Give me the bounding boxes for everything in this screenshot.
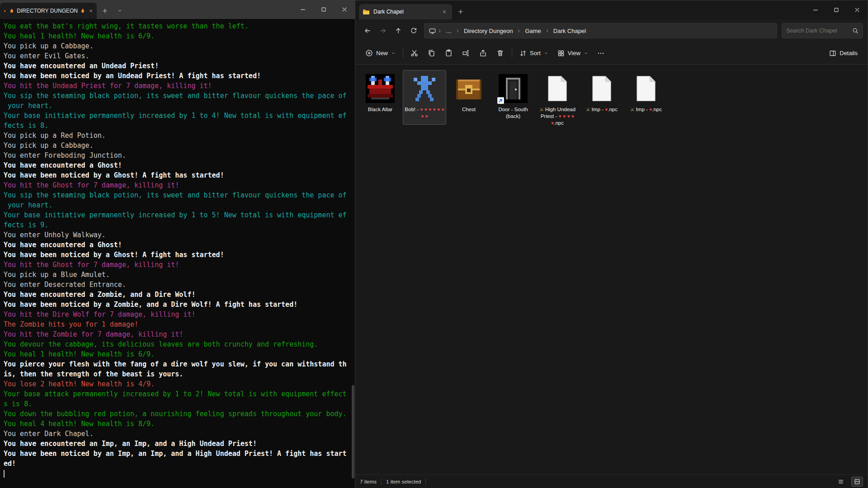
view-button[interactable]: View xyxy=(553,46,593,61)
close-button[interactable] xyxy=(847,0,868,19)
terminal-titlebar: DIRECTORY DUNGEON xyxy=(0,0,355,19)
status-separator xyxy=(381,479,382,485)
paste-button[interactable] xyxy=(440,46,458,61)
terminal-new-tab-button[interactable] xyxy=(99,5,111,17)
breadcrumb-item-dark-chapel[interactable]: Dark Chapel xyxy=(551,26,588,36)
heart-glyph: ♥ xyxy=(571,113,574,119)
terminal-scrollbar-thumb[interactable] xyxy=(352,385,354,479)
maximize-button[interactable] xyxy=(313,0,334,19)
minimize-button[interactable] xyxy=(292,0,313,19)
sort-button[interactable]: Sort xyxy=(515,46,553,61)
terminal-line: ed! xyxy=(4,459,355,469)
file-item[interactable]: Black Altar xyxy=(359,70,402,118)
list-view-icon xyxy=(838,479,844,485)
flame-icon xyxy=(4,8,6,14)
breadcrumb-item-directory-dungeon[interactable]: Directory Dungeon xyxy=(462,26,515,36)
details-view-toggle[interactable] xyxy=(835,477,847,487)
search-box[interactable] xyxy=(782,23,863,38)
terminal-line: You pick up a Red Potion. xyxy=(4,131,355,141)
up-button[interactable] xyxy=(391,23,406,38)
copy-icon xyxy=(428,49,435,57)
breadcrumb-chevron[interactable] xyxy=(437,29,442,33)
back-button[interactable] xyxy=(360,23,375,38)
breadcrumb-chevron[interactable] xyxy=(516,29,521,33)
flame-icon xyxy=(9,8,14,14)
minimize-icon xyxy=(812,7,819,13)
explorer-tab[interactable]: Dark Chapel xyxy=(359,4,452,19)
explorer-content-area[interactable]: Black Altar Bob! - ♥ ♥ ♥ ♥ ♥ ♥ ♥ ♥ Chest… xyxy=(355,65,868,474)
rename-button[interactable] xyxy=(458,46,475,61)
up-arrow-icon xyxy=(395,27,402,34)
heart-glyph: ♥ xyxy=(420,107,423,112)
large-icons-view-toggle[interactable] xyxy=(851,477,863,487)
minimize-button[interactable] xyxy=(805,0,826,19)
file-item[interactable]: ⚔ Imp - ♥.npc xyxy=(580,70,623,118)
chevron-right-icon xyxy=(545,29,549,33)
toolbar-separator xyxy=(512,49,512,58)
selection-count: 1 item selected xyxy=(386,479,421,484)
terminal-line: your heart. xyxy=(4,101,355,111)
file-item[interactable]: ⚔ High Undead Priest - ♥ ♥ ♥ ♥ ♥.npc xyxy=(536,70,579,131)
share-button[interactable] xyxy=(475,46,492,61)
document-icon xyxy=(547,75,568,102)
breadcrumb-item-game[interactable]: Game xyxy=(523,26,543,36)
terminal-tab-title: DIRECTORY DUNGEON xyxy=(9,8,85,14)
search-input[interactable] xyxy=(786,28,849,34)
file-thumbnail xyxy=(499,74,528,103)
terminal-line: You hit the Undead Priest for 7 damage, … xyxy=(4,81,355,91)
copy-button[interactable] xyxy=(423,46,440,61)
terminal-line: s is 8. xyxy=(4,399,355,409)
terminal-output[interactable]: You eat the bat's right wing, it tastes … xyxy=(0,19,355,488)
heart-glyph: ♥ xyxy=(605,107,608,112)
cut-button[interactable] xyxy=(406,46,423,61)
terminal-tab[interactable]: DIRECTORY DUNGEON xyxy=(0,3,97,19)
new-button[interactable]: New xyxy=(361,46,400,61)
chevron-down-icon xyxy=(117,8,123,14)
breadcrumb-chevron[interactable] xyxy=(545,29,550,33)
terminal-tab-close-button[interactable] xyxy=(89,7,93,15)
breadcrumb-overflow[interactable]: … xyxy=(443,26,454,36)
explorer-navigation-bar: … Directory Dungeon Game Dark Chapel xyxy=(355,19,868,42)
shortcut-arrow-badge xyxy=(497,97,504,104)
explorer-new-tab-button[interactable] xyxy=(455,6,467,18)
terminal-line: You have encountered a Zombie, and a Dir… xyxy=(4,290,355,300)
file-name: Black Altar xyxy=(368,106,392,113)
heart-glyph: ♥ xyxy=(559,113,561,119)
dagger-icon: ⚔ xyxy=(539,107,543,112)
terminal-line: Your base initiative permanently increas… xyxy=(4,210,355,220)
sort-icon xyxy=(519,50,527,57)
file-item[interactable]: Bob! - ♥ ♥ ♥ ♥ ♥ ♥ ♥ ♥ xyxy=(403,70,446,125)
terminal-line: You heal 4 health! New health is 8/9. xyxy=(4,419,355,429)
file-name: ⚔ Imp - ♥.npc xyxy=(630,106,662,113)
maximize-button[interactable] xyxy=(826,0,847,19)
file-item[interactable]: Chest xyxy=(447,70,491,118)
close-button[interactable] xyxy=(334,0,355,19)
ellipsis-icon xyxy=(597,50,604,57)
delete-button[interactable] xyxy=(492,46,509,61)
explorer-tab-close-button[interactable] xyxy=(440,8,448,16)
terminal-line: fects is 8. xyxy=(4,121,355,131)
file-item[interactable]: ⚔ Imp - ♥.npc xyxy=(624,70,668,118)
more-options-button[interactable] xyxy=(593,46,610,61)
breadcrumb-chevron[interactable] xyxy=(455,29,460,33)
terminal-line: You have encountered a Ghost! xyxy=(4,160,355,170)
maximize-icon xyxy=(833,7,840,13)
heart-glyph: ♥ xyxy=(563,113,566,119)
forward-button[interactable] xyxy=(375,23,391,38)
terminal-tab-dropdown-button[interactable] xyxy=(113,5,126,17)
refresh-button[interactable] xyxy=(406,23,421,38)
terminal-line: your heart. xyxy=(4,200,355,210)
terminal-line: You hit the Ghost for 7 damage, killing … xyxy=(4,180,355,190)
heart-glyph: ♥ xyxy=(425,107,427,112)
chevron-right-icon xyxy=(517,29,521,33)
close-icon xyxy=(89,9,93,13)
terminal-line: is, then the strength of the beast is yo… xyxy=(4,369,355,379)
explorer-titlebar: Dark Chapel xyxy=(355,0,868,19)
details-pane-button[interactable]: Details xyxy=(825,46,862,61)
file-item[interactable]: Door - South (back) xyxy=(491,70,535,125)
file-grid: Black Altar Bob! - ♥ ♥ ♥ ♥ ♥ ♥ ♥ ♥ Chest… xyxy=(355,65,868,137)
terminal-line: You have been noticed by a Ghost! A figh… xyxy=(4,250,355,260)
file-thumbnail xyxy=(543,74,572,103)
file-thumbnail xyxy=(587,74,616,103)
terminal-line: Your base attack permanently increased b… xyxy=(4,389,355,399)
